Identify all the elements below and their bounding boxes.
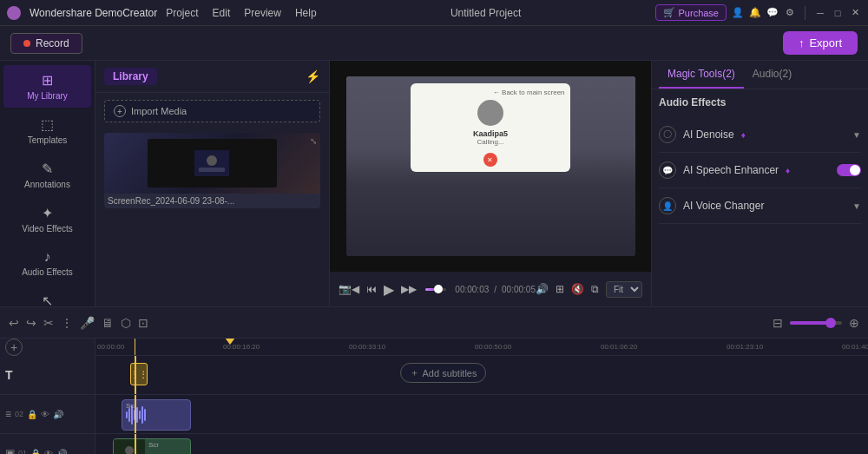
cut-button[interactable]: ✂ (43, 316, 54, 330)
close-button[interactable]: ✕ (849, 7, 861, 19)
app-name: Wondershare DemoCreator (30, 7, 157, 19)
ruler-mark-6: 00:01:40:00 (842, 343, 868, 351)
menu-help[interactable]: Help (295, 7, 317, 19)
ai-speech-enhancer-name: AI Speech Enhancer (683, 164, 779, 176)
preview-progress[interactable] (425, 288, 446, 291)
preview-dialog: ← Back to main screen Kaadipa5 Calling..… (411, 83, 569, 172)
ai-denoise-icon: 〇 (659, 126, 676, 143)
zoom-slider[interactable] (790, 321, 842, 325)
ai-speech-enhancer-toggle[interactable] (837, 164, 861, 176)
sidebar-item-audio-effects[interactable]: ♪ Audio Effects (3, 242, 91, 284)
ruler-mark-5: 00:01:23:10 (727, 343, 763, 351)
zoom-fill (790, 321, 826, 325)
menu-project[interactable]: Project (166, 7, 198, 19)
avatar-button[interactable]: 👤 (732, 7, 744, 19)
record-audio-button[interactable]: 🎤 (80, 316, 95, 330)
ai-voice-changer-dropdown[interactable]: ▼ (852, 201, 861, 211)
add-track-button[interactable]: + (5, 339, 23, 356)
rewind-icon[interactable]: ⏮ (366, 283, 377, 295)
record-dot-icon (23, 40, 30, 47)
settings-button[interactable]: ⚙ (784, 7, 796, 19)
fit-select[interactable]: Fit (606, 281, 642, 298)
timeline-ruler: 00:00:00 00:00:16:20 00:00:33:10 00:00:5… (95, 339, 868, 356)
titlebar: Wondershare DemoCreator Project Edit Pre… (0, 0, 868, 26)
sidebar-item-my-library[interactable]: ⊞ My Library (3, 65, 91, 108)
export-button[interactable]: ↑ Export (783, 31, 858, 55)
pip-icon[interactable]: ⧉ (591, 283, 599, 295)
volume-track-icon[interactable]: 🔊 (53, 410, 63, 419)
menu-preview[interactable]: Preview (244, 7, 281, 19)
volume-track-icon-2[interactable]: 🔊 (56, 449, 67, 455)
main-toolbar: Record ↑ Export (0, 26, 868, 61)
total-time: 00:00:05 (502, 285, 536, 294)
screenshot-icon[interactable]: 📷 (339, 283, 352, 295)
subtitle-icon: T (5, 368, 13, 382)
timeline-zoom-in-icon[interactable]: ⊟ (773, 316, 783, 330)
media-thumbnail[interactable]: ⤡ ScreenRec_2024-06-09 23-08-... (104, 133, 320, 208)
prev-frame-icon[interactable]: ◀ (352, 283, 359, 295)
cart-icon: 🛒 (663, 7, 675, 18)
subtitle-clip[interactable]: ⋮⋮ (130, 363, 148, 385)
track-label-audio-2: ≡ 02 🔒 👁 🔊 (0, 395, 95, 434)
preview-panel: ← Back to main screen Kaadipa5 Calling..… (330, 61, 651, 306)
purchase-button[interactable]: 🛒 Purchase (655, 4, 727, 21)
notification-button[interactable]: 🔔 (749, 7, 761, 19)
track-content-area: 00:00:00 00:00:16:20 00:00:33:10 00:00:5… (95, 339, 868, 454)
preview-back-text: ← Back to main screen (416, 89, 564, 96)
ai-denoise-badge: ♦ (741, 130, 746, 140)
video-effects-icon: ✦ (42, 205, 53, 221)
undo-button[interactable]: ↩ (9, 316, 19, 330)
lock-icon-2[interactable]: 🔒 (30, 449, 41, 455)
add-subtitle-button[interactable]: ＋ Add subtitles (400, 363, 487, 383)
motion-button[interactable]: ⬡ (121, 316, 131, 330)
zoom-fit-button[interactable]: ⊡ (138, 316, 148, 330)
video-clip[interactable]: Scr (113, 438, 191, 454)
sidebar-item-annotations[interactable]: ✎ Annotations (3, 154, 91, 196)
play-button[interactable]: ▶ (384, 281, 394, 298)
ai-denoise-name: AI Denoise (683, 128, 734, 141)
sidebar-item-templates[interactable]: ⬚ Templates (3, 109, 91, 152)
progress-bar (425, 288, 446, 291)
track-row-video: Scr (95, 434, 868, 454)
next-frame-icon[interactable]: ▶▶ (401, 283, 417, 295)
eye-icon[interactable]: 👁 (41, 410, 49, 419)
crop-icon[interactable]: ⊞ (556, 283, 564, 295)
redo-button[interactable]: ↪ (26, 316, 36, 330)
timeline-toolbar: ↩ ↪ ✂ ⋮ 🎤 🖥 ⬡ ⊡ ⊟ ⊕ (0, 307, 868, 339)
timeline-zoom-out-icon[interactable]: ⊕ (849, 316, 859, 330)
video-clip-thumbnail (114, 439, 145, 454)
import-circle-icon: + (114, 105, 126, 117)
lock-icon[interactable]: 🔒 (27, 410, 37, 419)
audio-track-icon: ≡ (5, 408, 11, 420)
titlebar-menu: Project Edit Preview Help (166, 7, 316, 19)
record-button[interactable]: Record (10, 33, 82, 54)
ai-voice-changer-item: 👤 AI Voice Changer ▼ (659, 188, 861, 224)
import-media-button[interactable]: + Import Media (104, 100, 320, 122)
ruler-mark-4: 00:01:06:20 (601, 343, 637, 351)
volume-icon[interactable]: 🔊 (536, 283, 549, 295)
menu-edit[interactable]: Edit (213, 7, 231, 19)
svg-point-1 (207, 155, 217, 166)
split-button[interactable]: ⋮ (61, 316, 73, 330)
screen-record-button[interactable]: 🖥 (102, 316, 114, 330)
track-label-video-1: ▣ 01 🔒 👁 🔊 (0, 434, 95, 454)
ai-denoise-item: 〇 AI Denoise ♦ ▼ (659, 117, 861, 153)
filter-icon[interactable]: ⚡ (306, 69, 320, 83)
mute-icon[interactable]: 🔇 (571, 283, 584, 295)
progress-thumb (434, 285, 443, 293)
audio-clip[interactable]: Scr (122, 399, 191, 431)
maximize-button[interactable]: □ (832, 7, 844, 19)
video-track-icon: ▣ (5, 447, 15, 454)
tab-magic-tools[interactable]: Magic Tools(2) (659, 61, 744, 89)
my-library-icon: ⊞ (42, 72, 53, 89)
svg-rect-2 (199, 168, 225, 172)
ai-speech-enhancer-left: 💬 AI Speech Enhancer ♦ (659, 161, 790, 179)
tab-audio[interactable]: Audio(2) (744, 61, 800, 89)
zoom-thumb (825, 318, 836, 328)
minimize-button[interactable]: ─ (814, 7, 826, 19)
sidebar-item-video-effects[interactable]: ✦ Video Effects (3, 198, 91, 240)
preview-status: Calling... (416, 138, 564, 146)
message-button[interactable]: 💬 (766, 7, 779, 19)
ai-denoise-dropdown[interactable]: ▼ (852, 130, 861, 140)
eye-icon-2[interactable]: 👁 (44, 449, 53, 455)
